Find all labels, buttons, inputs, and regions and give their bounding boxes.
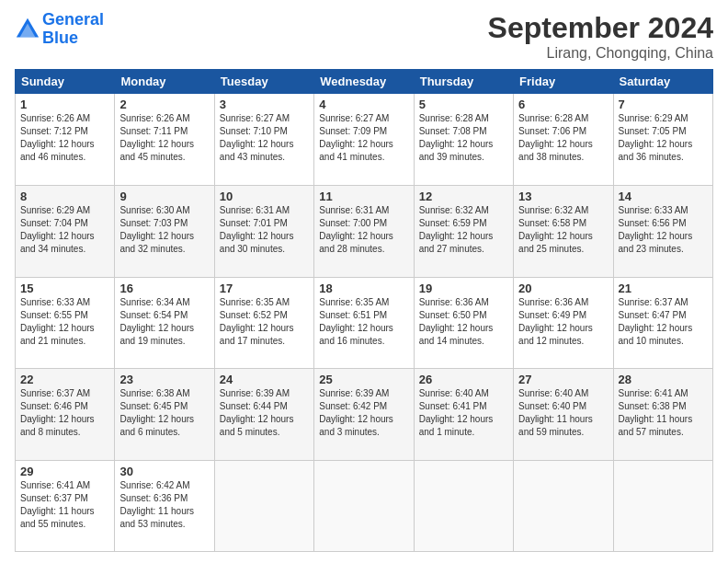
calendar-cell: 1Sunrise: 6:26 AMSunset: 7:12 PMDaylight… [16,94,115,186]
day-number: 25 [319,373,408,386]
day-info: Sunrise: 6:32 AMSunset: 6:59 PMDaylight:… [419,204,508,256]
day-number: 7 [619,98,708,111]
day-info: Sunrise: 6:28 AMSunset: 7:08 PMDaylight:… [419,112,508,164]
calendar-cell: 23Sunrise: 6:38 AMSunset: 6:45 PMDayligh… [115,369,214,461]
calendar-cell: 21Sunrise: 6:37 AMSunset: 6:47 PMDayligh… [613,277,712,369]
day-info: Sunrise: 6:29 AMSunset: 7:04 PMDaylight:… [20,204,109,256]
day-info: Sunrise: 6:37 AMSunset: 6:46 PMDaylight:… [20,387,109,439]
day-info: Sunrise: 6:27 AMSunset: 7:10 PMDaylight:… [220,112,309,164]
calendar-cell: 5Sunrise: 6:28 AMSunset: 7:08 PMDaylight… [414,94,513,186]
day-info: Sunrise: 6:41 AMSunset: 6:38 PMDaylight:… [619,387,708,439]
calendar-day-header: Wednesday [314,70,414,94]
day-number: 29 [20,465,109,478]
day-info: Sunrise: 6:29 AMSunset: 7:05 PMDaylight:… [619,112,708,164]
calendar-day-header: Tuesday [214,70,313,94]
title-block: September 2024 Lirang, Chongqing, China [488,11,713,62]
calendar-cell [214,461,313,552]
day-number: 18 [319,282,408,295]
calendar-cell: 27Sunrise: 6:40 AMSunset: 6:40 PMDayligh… [514,369,613,461]
calendar-day-header: Thursday [414,70,513,94]
calendar-cell: 6Sunrise: 6:28 AMSunset: 7:06 PMDaylight… [514,94,613,186]
calendar-day-header: Friday [514,70,613,94]
day-info: Sunrise: 6:30 AMSunset: 7:03 PMDaylight:… [119,204,209,256]
day-number: 13 [518,190,608,203]
calendar-day-header: Saturday [613,70,712,94]
calendar-week-row: 29Sunrise: 6:41 AMSunset: 6:37 PMDayligh… [16,461,713,552]
calendar-cell: 25Sunrise: 6:39 AMSunset: 6:42 PMDayligh… [314,369,414,461]
main-title: September 2024 [488,11,713,45]
calendar-week-row: 22Sunrise: 6:37 AMSunset: 6:46 PMDayligh… [16,369,713,461]
calendar-cell: 12Sunrise: 6:32 AMSunset: 6:59 PMDayligh… [414,185,513,277]
day-number: 21 [619,282,708,295]
calendar-week-row: 15Sunrise: 6:33 AMSunset: 6:55 PMDayligh… [16,277,713,369]
calendar-cell: 22Sunrise: 6:37 AMSunset: 6:46 PMDayligh… [16,369,115,461]
calendar-cell: 20Sunrise: 6:36 AMSunset: 6:49 PMDayligh… [514,277,613,369]
day-info: Sunrise: 6:40 AMSunset: 6:40 PMDaylight:… [518,387,608,439]
day-info: Sunrise: 6:39 AMSunset: 6:44 PMDaylight:… [220,387,309,439]
day-number: 12 [419,190,508,203]
day-number: 6 [518,98,608,111]
calendar-day-header: Monday [115,70,214,94]
calendar-cell: 13Sunrise: 6:32 AMSunset: 6:58 PMDayligh… [514,185,613,277]
day-number: 19 [419,282,508,295]
day-number: 23 [119,373,209,386]
day-number: 11 [319,190,408,203]
logo: General Blue [15,11,104,48]
calendar-cell [514,461,613,552]
day-number: 26 [419,373,508,386]
calendar-cell [414,461,513,552]
day-info: Sunrise: 6:36 AMSunset: 6:49 PMDaylight:… [518,296,608,348]
day-number: 5 [419,98,508,111]
logo-icon [15,17,40,42]
calendar-cell: 19Sunrise: 6:36 AMSunset: 6:50 PMDayligh… [414,277,513,369]
calendar-cell: 28Sunrise: 6:41 AMSunset: 6:38 PMDayligh… [613,369,712,461]
day-info: Sunrise: 6:42 AMSunset: 6:36 PMDaylight:… [119,479,209,531]
calendar-cell: 11Sunrise: 6:31 AMSunset: 7:00 PMDayligh… [314,185,414,277]
calendar: SundayMondayTuesdayWednesdayThursdayFrid… [15,69,713,552]
calendar-week-row: 1Sunrise: 6:26 AMSunset: 7:12 PMDaylight… [16,94,713,186]
calendar-cell: 18Sunrise: 6:35 AMSunset: 6:51 PMDayligh… [314,277,414,369]
day-info: Sunrise: 6:41 AMSunset: 6:37 PMDaylight:… [20,479,109,531]
day-info: Sunrise: 6:31 AMSunset: 7:00 PMDaylight:… [319,204,408,256]
calendar-cell [613,461,712,552]
header: General Blue September 2024 Lirang, Chon… [15,11,713,62]
page: General Blue September 2024 Lirang, Chon… [0,0,728,563]
calendar-cell: 26Sunrise: 6:40 AMSunset: 6:41 PMDayligh… [414,369,513,461]
calendar-cell: 2Sunrise: 6:26 AMSunset: 7:11 PMDaylight… [115,94,214,186]
calendar-cell: 17Sunrise: 6:35 AMSunset: 6:52 PMDayligh… [214,277,313,369]
logo-line2: Blue [42,29,104,48]
day-info: Sunrise: 6:34 AMSunset: 6:54 PMDaylight:… [119,296,209,348]
day-number: 14 [619,190,708,203]
day-info: Sunrise: 6:40 AMSunset: 6:41 PMDaylight:… [419,387,508,439]
day-info: Sunrise: 6:33 AMSunset: 6:56 PMDaylight:… [619,204,708,256]
day-info: Sunrise: 6:26 AMSunset: 7:12 PMDaylight:… [20,112,109,164]
day-info: Sunrise: 6:36 AMSunset: 6:50 PMDaylight:… [419,296,508,348]
day-info: Sunrise: 6:35 AMSunset: 6:52 PMDaylight:… [220,296,309,348]
day-number: 1 [20,98,109,111]
calendar-cell: 16Sunrise: 6:34 AMSunset: 6:54 PMDayligh… [115,277,214,369]
day-number: 28 [619,373,708,386]
day-info: Sunrise: 6:38 AMSunset: 6:45 PMDaylight:… [119,387,209,439]
day-info: Sunrise: 6:26 AMSunset: 7:11 PMDaylight:… [119,112,209,164]
day-info: Sunrise: 6:28 AMSunset: 7:06 PMDaylight:… [518,112,608,164]
calendar-day-header: Sunday [16,70,115,94]
day-number: 30 [119,465,209,478]
logo-text: General Blue [42,11,104,48]
day-number: 4 [319,98,408,111]
calendar-cell: 15Sunrise: 6:33 AMSunset: 6:55 PMDayligh… [16,277,115,369]
calendar-cell [314,461,414,552]
day-info: Sunrise: 6:37 AMSunset: 6:47 PMDaylight:… [619,296,708,348]
calendar-cell: 29Sunrise: 6:41 AMSunset: 6:37 PMDayligh… [16,461,115,552]
calendar-cell: 4Sunrise: 6:27 AMSunset: 7:09 PMDaylight… [314,94,414,186]
calendar-cell: 9Sunrise: 6:30 AMSunset: 7:03 PMDaylight… [115,185,214,277]
calendar-cell: 24Sunrise: 6:39 AMSunset: 6:44 PMDayligh… [214,369,313,461]
logo-line1: General [42,10,104,29]
day-info: Sunrise: 6:32 AMSunset: 6:58 PMDaylight:… [518,204,608,256]
subtitle: Lirang, Chongqing, China [488,45,713,62]
calendar-week-row: 8Sunrise: 6:29 AMSunset: 7:04 PMDaylight… [16,185,713,277]
day-number: 3 [220,98,309,111]
calendar-cell: 14Sunrise: 6:33 AMSunset: 6:56 PMDayligh… [613,185,712,277]
day-number: 20 [518,282,608,295]
calendar-cell: 30Sunrise: 6:42 AMSunset: 6:36 PMDayligh… [115,461,214,552]
calendar-header-row: SundayMondayTuesdayWednesdayThursdayFrid… [16,70,713,94]
